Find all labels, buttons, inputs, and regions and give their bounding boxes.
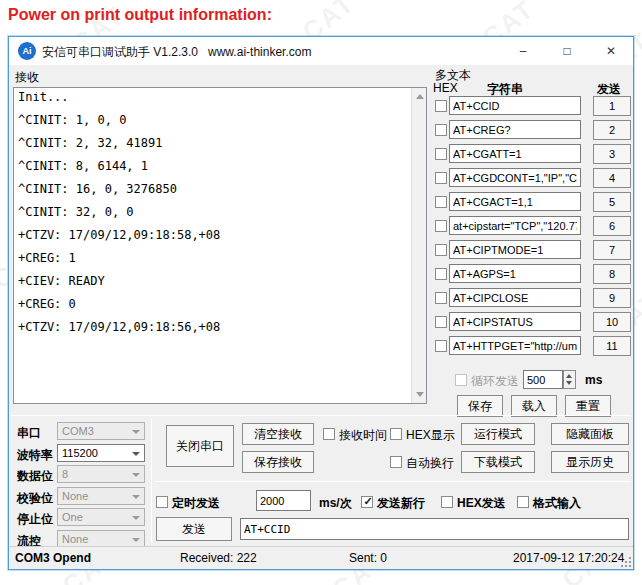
hex-checkbox-3[interactable]	[435, 148, 447, 160]
reset-button[interactable]: 重置	[565, 395, 611, 417]
receive-label: 接收	[15, 69, 39, 86]
title-bar[interactable]: Ai 安信可串口调试助手 V1.2.3.0 www.ai-thinker.com…	[9, 37, 633, 65]
receive-terminal[interactable]: Init... ^CINIT: 1, 0, 0 ^CINIT: 2, 32, 4…	[13, 87, 427, 404]
send-slot-button-1[interactable]: 1	[593, 96, 631, 116]
scroll-down-icon[interactable]	[416, 392, 424, 397]
hex-checkbox-2[interactable]	[435, 124, 447, 136]
timed-send-checkbox[interactable]	[156, 496, 168, 508]
stop-bits-select[interactable]: One	[57, 508, 145, 526]
clear-receive-button[interactable]: 清空接收	[242, 423, 314, 445]
command-input-1[interactable]	[449, 96, 581, 115]
receive-time-label: 接收时间	[339, 427, 387, 444]
save-button[interactable]: 保存	[457, 395, 503, 417]
minimize-button[interactable]: –	[501, 37, 545, 65]
command-input-7[interactable]	[449, 240, 581, 259]
serial-port-label: 串口	[17, 425, 41, 442]
send-slot-button-9[interactable]: 9	[593, 288, 631, 308]
timed-send-label: 定时发送	[172, 495, 220, 512]
resize-grip[interactable]	[621, 557, 631, 567]
send-slot-button-2[interactable]: 2	[593, 120, 631, 140]
send-newline-checkbox[interactable]	[361, 496, 373, 508]
format-input-label: 格式输入	[533, 495, 581, 512]
command-input-8[interactable]	[449, 264, 581, 283]
loop-interval-spinner[interactable]	[563, 370, 576, 389]
send-slot-button-11[interactable]: 11	[593, 336, 631, 356]
stop-bits-value: One	[62, 511, 83, 523]
hex-checkbox-9[interactable]	[435, 292, 447, 304]
hex-send-checkbox[interactable]	[441, 496, 453, 508]
hex-display-label: HEX显示	[406, 427, 455, 444]
hex-checkbox-11[interactable]	[435, 340, 447, 352]
section-divider	[11, 415, 631, 416]
sent-count: Sent: 0	[349, 551, 387, 565]
auto-wrap-checkbox[interactable]	[390, 456, 402, 468]
hex-checkbox-7[interactable]	[435, 244, 447, 256]
loop-send-label: 循环发送	[471, 373, 519, 390]
serial-port-select[interactable]: COM3	[57, 422, 145, 440]
close-button[interactable]: ✕	[589, 37, 633, 65]
spinner-up-icon[interactable]	[566, 374, 572, 378]
spinner-down-icon[interactable]	[566, 381, 572, 385]
hex-checkbox-10[interactable]	[435, 316, 447, 328]
hex-display-checkbox[interactable]	[390, 428, 402, 440]
command-input-2[interactable]	[449, 120, 581, 139]
status-datetime: 2017-09-12 17:20:24	[513, 551, 624, 565]
show-history-button[interactable]: 显示历史	[551, 451, 629, 473]
receive-time-checkbox[interactable]	[323, 428, 335, 440]
command-input-6[interactable]	[449, 216, 581, 235]
chevron-down-icon	[132, 430, 140, 434]
send-slot-button-10[interactable]: 10	[593, 312, 631, 332]
save-receive-button[interactable]: 保存接收	[242, 451, 314, 473]
close-port-button[interactable]: 关闭串口	[166, 425, 234, 467]
receive-terminal-text: Init... ^CINIT: 1, 0, 0 ^CINIT: 2, 32, 4…	[18, 92, 408, 401]
hide-panel-button[interactable]: 隐藏面板	[551, 423, 629, 445]
command-input-9[interactable]	[449, 288, 581, 307]
hex-send-label: HEX发送	[457, 495, 506, 512]
maximize-button[interactable]: □	[545, 37, 589, 65]
data-bits-value: 8	[62, 468, 68, 480]
app-window: Ai 安信可串口调试助手 V1.2.3.0 www.ai-thinker.com…	[8, 36, 634, 570]
port-status: COM3 Opend	[15, 551, 91, 565]
send-interval-input[interactable]	[256, 490, 311, 511]
run-mode-button[interactable]: 运行模式	[461, 423, 535, 445]
send-slot-button-8[interactable]: 8	[593, 264, 631, 284]
send-button[interactable]: 发送	[156, 517, 232, 541]
send-slot-button-5[interactable]: 5	[593, 192, 631, 212]
send-unit-label: ms/次	[319, 495, 352, 512]
data-bits-label: 数据位	[17, 468, 53, 485]
format-input-checkbox[interactable]	[517, 496, 529, 508]
command-input-11[interactable]	[449, 336, 581, 355]
download-mode-button[interactable]: 下载模式	[461, 451, 535, 473]
hex-checkbox-8[interactable]	[435, 268, 447, 280]
load-button[interactable]: 载入	[511, 395, 557, 417]
scroll-up-icon[interactable]	[416, 94, 424, 99]
hex-checkbox-5[interactable]	[435, 196, 447, 208]
command-input-10[interactable]	[449, 312, 581, 331]
data-bits-select[interactable]: 8	[57, 465, 145, 483]
send-newline-label: 发送新行	[377, 495, 425, 512]
page-title: Power on print output information:	[8, 6, 272, 24]
send-slot-button-7[interactable]: 7	[593, 240, 631, 260]
command-input-3[interactable]	[449, 144, 581, 163]
app-logo-icon: Ai	[18, 42, 36, 60]
hex-checkbox-4[interactable]	[435, 172, 447, 184]
hex-checkbox-1[interactable]	[435, 100, 447, 112]
stop-bits-label: 停止位	[17, 511, 53, 528]
loop-send-checkbox[interactable]	[455, 374, 467, 386]
parity-label: 校验位	[17, 490, 53, 507]
parity-select[interactable]: None	[57, 487, 145, 505]
subsection-divider	[155, 481, 631, 482]
loop-interval-input[interactable]	[523, 370, 563, 389]
command-input-4[interactable]	[449, 168, 581, 187]
baud-rate-select[interactable]: 115200	[57, 444, 145, 462]
send-input[interactable]	[240, 518, 629, 540]
hex-checkbox-6[interactable]	[435, 220, 447, 232]
send-slot-button-3[interactable]: 3	[593, 144, 631, 164]
column-divider	[151, 419, 152, 543]
send-slot-button-6[interactable]: 6	[593, 216, 631, 236]
command-input-5[interactable]	[449, 192, 581, 211]
baud-rate-value: 115200	[62, 447, 98, 459]
chevron-down-icon	[132, 495, 140, 499]
terminal-scrollbar[interactable]	[411, 88, 426, 403]
send-slot-button-4[interactable]: 4	[593, 168, 631, 188]
